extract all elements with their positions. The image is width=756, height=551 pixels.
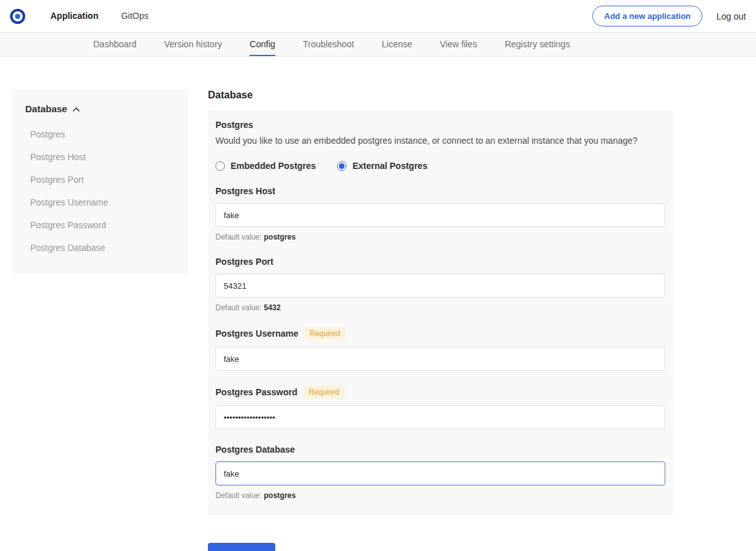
chevron-up-icon: [72, 103, 80, 114]
sidebar-item-postgres-username[interactable]: Postgres Username: [25, 191, 176, 214]
config-sidebar: Database Postgres Postgres Host Postgres…: [13, 90, 188, 274]
main-area: Database Postgres Postgres Host Postgres…: [0, 57, 756, 551]
sidebar-item-postgres-port[interactable]: Postgres Port: [25, 168, 176, 191]
field-label: Postgres Username: [215, 328, 299, 339]
field-label: Postgres Host: [215, 186, 275, 196]
sidebar-items: Postgres Postgres Host Postgres Port Pos…: [25, 123, 176, 259]
section-title: Database: [208, 90, 673, 101]
field-postgres-host: Postgres Host Default value: postgres: [215, 186, 665, 241]
postgres-mode-radio-group: Embedded Postgres External Postgres: [215, 161, 665, 171]
default-prefix: Default value:: [215, 491, 261, 500]
add-application-button[interactable]: Add a new application: [592, 6, 702, 26]
default-value-hint: Default value: postgres: [215, 491, 665, 500]
sidebar-group-database[interactable]: Database: [25, 103, 176, 114]
subnav-tab-dashboard[interactable]: Dashboard: [93, 33, 137, 56]
field-label: Postgres Database: [215, 444, 295, 455]
subnav-tab-troubleshoot[interactable]: Troubleshoot: [303, 33, 354, 56]
required-badge: Required: [305, 327, 346, 340]
postgres-database-input[interactable]: [215, 461, 665, 485]
postgres-username-input[interactable]: [215, 347, 665, 371]
save-config-button[interactable]: Save config: [208, 543, 275, 551]
tab-application[interactable]: Application: [50, 0, 98, 32]
app-logo-icon: [10, 9, 25, 24]
app-subnav: Dashboard Version history Config Trouble…: [0, 33, 756, 57]
radio-embedded-postgres-label: Embedded Postgres: [231, 161, 316, 171]
top-header: Application GitOps Add a new application…: [0, 0, 756, 33]
default-value: postgres: [264, 491, 296, 500]
subnav-tab-registry-settings[interactable]: Registry settings: [505, 33, 570, 56]
field-postgres-password: Postgres Password Required: [215, 386, 665, 429]
header-right: Add a new application Log out: [592, 6, 746, 26]
group-help-text: Would you like to use an embedded postgr…: [215, 136, 665, 146]
field-postgres-username: Postgres Username Required: [215, 327, 665, 371]
default-prefix: Default value:: [215, 233, 261, 241]
field-label: Postgres Port: [215, 257, 273, 267]
tab-gitops[interactable]: GitOps: [121, 0, 149, 32]
field-postgres-database: Postgres Database Default value: postgre…: [215, 444, 665, 500]
header-tabs: Application GitOps: [50, 0, 149, 32]
radio-embedded-postgres[interactable]: Embedded Postgres: [215, 161, 316, 171]
radio-external-postgres[interactable]: External Postgres: [337, 161, 427, 171]
subnav-tab-version-history[interactable]: Version history: [164, 33, 222, 56]
default-value: postgres: [264, 233, 296, 241]
subnav-tab-config[interactable]: Config: [249, 33, 275, 56]
radio-external-postgres-input[interactable]: [337, 161, 346, 171]
config-group-card: Postgres Would you like to use an embedd…: [208, 110, 673, 515]
config-content: Database Postgres Would you like to use …: [208, 90, 673, 551]
default-value-hint: Default value: postgres: [215, 233, 665, 241]
sidebar-group-label: Database: [25, 103, 67, 114]
group-label: Postgres: [215, 120, 665, 130]
subnav-tab-license[interactable]: License: [382, 33, 412, 56]
postgres-host-input[interactable]: [215, 203, 665, 227]
field-label: Postgres Password: [215, 387, 297, 397]
sidebar-item-postgres-password[interactable]: Postgres Password: [25, 214, 176, 236]
logo-dot: [15, 14, 20, 19]
logout-link[interactable]: Log out: [716, 11, 746, 21]
default-prefix: Default value:: [215, 303, 261, 312]
default-value-hint: Default value: 5432: [215, 303, 665, 312]
postgres-password-input[interactable]: [215, 405, 665, 429]
sidebar-item-postgres[interactable]: Postgres: [25, 123, 176, 146]
radio-external-postgres-label: External Postgres: [352, 161, 427, 171]
sidebar-item-postgres-host[interactable]: Postgres Host: [25, 146, 176, 168]
default-value: 5432: [264, 303, 281, 312]
required-badge: Required: [304, 386, 345, 398]
subnav-tab-view-files[interactable]: View files: [440, 33, 477, 56]
postgres-port-input[interactable]: [215, 274, 665, 298]
sidebar-item-postgres-database[interactable]: Postgres Database: [25, 236, 176, 259]
radio-embedded-postgres-input[interactable]: [215, 161, 225, 171]
field-postgres-port: Postgres Port Default value: 5432: [215, 257, 665, 312]
